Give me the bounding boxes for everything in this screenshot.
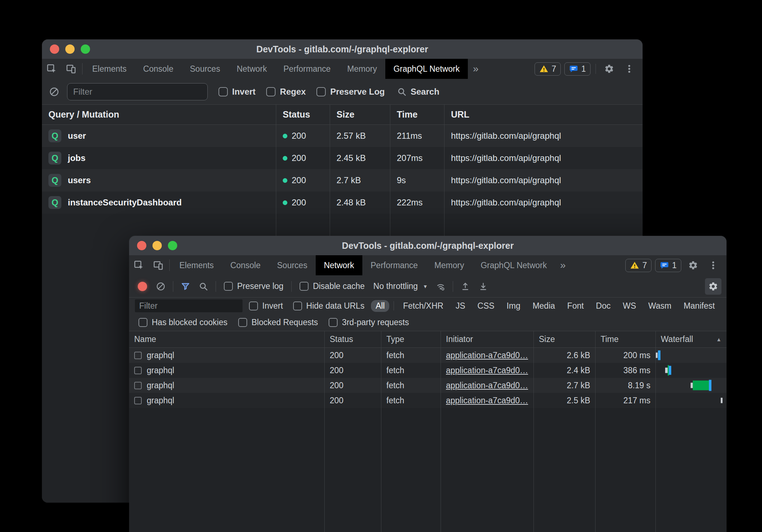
checkbox-box[interactable] — [266, 87, 276, 96]
column-header-time[interactable]: Time — [390, 105, 444, 124]
chip-fetch-xhr[interactable]: Fetch/XHR — [398, 300, 448, 312]
export-har-icon[interactable] — [475, 279, 491, 294]
row-checkbox[interactable] — [134, 352, 142, 359]
chip-other[interactable]: Other — [722, 300, 726, 312]
chip-font[interactable]: Font — [563, 300, 588, 312]
chip-ws[interactable]: WS — [618, 300, 641, 312]
column-header-status[interactable]: Status — [276, 105, 330, 124]
messages-badge[interactable]: 1 — [655, 259, 681, 272]
table-row[interactable]: Qusers 200 2.7 kB 9s https://gitlab.com/… — [42, 169, 643, 191]
disable-cache-checkbox[interactable]: Disable cache — [300, 281, 364, 291]
row-checkbox[interactable] — [134, 397, 142, 404]
tab-memory[interactable]: Memory — [339, 59, 385, 79]
more-tabs-chevron-icon[interactable]: » — [555, 255, 571, 275]
minimize-button[interactable] — [152, 241, 162, 250]
tab-performance[interactable]: Performance — [275, 59, 339, 79]
kebab-menu-icon[interactable] — [621, 61, 638, 77]
record-button[interactable] — [138, 282, 147, 291]
chip-manifest[interactable]: Manifest — [679, 300, 719, 312]
filter-funnel-icon[interactable] — [178, 279, 193, 294]
checkbox-box[interactable] — [293, 301, 302, 310]
initiator-link[interactable]: application-a7ca9d0… — [446, 396, 528, 405]
column-header-size[interactable]: Size — [533, 331, 595, 347]
initiator-link[interactable]: application-a7ca9d0… — [446, 351, 528, 360]
has-blocked-cookies-checkbox[interactable]: Has blocked cookies — [138, 318, 227, 327]
column-header-initiator[interactable]: Initiator — [441, 331, 533, 347]
panel-settings-gear-icon[interactable] — [705, 278, 721, 295]
clear-icon[interactable] — [153, 279, 169, 294]
device-toolbar-icon[interactable] — [61, 59, 81, 79]
tab-elements[interactable]: Elements — [84, 59, 135, 79]
checkbox-box[interactable] — [218, 87, 228, 96]
chip-doc[interactable]: Doc — [591, 300, 615, 312]
checkbox-box[interactable] — [224, 282, 233, 291]
tab-console[interactable]: Console — [222, 255, 269, 275]
table-row[interactable]: QinstanceSecurityDashboard 200 2.48 kB 2… — [42, 191, 643, 214]
checkbox-box[interactable] — [316, 87, 326, 96]
tab-elements[interactable]: Elements — [171, 255, 222, 275]
chip-img[interactable]: Img — [502, 300, 525, 312]
warnings-badge[interactable]: 7 — [535, 62, 561, 76]
tab-performance[interactable]: Performance — [362, 255, 426, 275]
search-button[interactable]: Search — [397, 87, 439, 97]
invert-checkbox[interactable]: Invert — [249, 301, 283, 311]
chip-all[interactable]: All — [371, 300, 390, 312]
clear-icon[interactable] — [47, 86, 61, 97]
preserve-log-checkbox[interactable]: Preserve Log — [316, 87, 385, 97]
checkbox-box[interactable] — [249, 301, 258, 310]
column-header-name[interactable]: Name — [129, 331, 324, 347]
inspect-element-icon[interactable] — [129, 255, 149, 275]
row-checkbox[interactable] — [134, 367, 142, 374]
chip-media[interactable]: Media — [528, 300, 560, 312]
titlebar[interactable]: DevTools - gitlab.com/-/graphql-explorer — [129, 236, 726, 255]
filter-input[interactable] — [67, 83, 208, 100]
device-toolbar-icon[interactable] — [149, 255, 168, 275]
messages-badge[interactable]: 1 — [564, 62, 591, 76]
settings-gear-icon[interactable] — [685, 257, 701, 274]
zoom-button[interactable] — [168, 241, 177, 250]
throttling-dropdown[interactable]: No throttling ▼ — [373, 281, 428, 291]
warnings-badge[interactable]: 7 — [625, 259, 652, 272]
network-conditions-icon[interactable] — [433, 279, 448, 294]
column-header-waterfall[interactable]: Waterfall ▲ — [655, 331, 726, 347]
table-row[interactable]: Quser 200 2.57 kB 211ms https://gitlab.c… — [42, 125, 643, 147]
row-checkbox[interactable] — [134, 382, 142, 389]
request-row[interactable]: graphql 200 fetch application-a7ca9d0… 2… — [129, 363, 726, 378]
tab-graphql-network[interactable]: GraphQL Network — [385, 59, 468, 79]
chip-css[interactable]: CSS — [473, 300, 499, 312]
column-header-query-mutation[interactable]: Query / Mutation — [42, 105, 276, 124]
minimize-button[interactable] — [65, 44, 75, 54]
checkbox-box[interactable] — [329, 318, 338, 327]
preserve-log-checkbox[interactable]: Preserve log — [224, 281, 283, 291]
hide-data-urls-checkbox[interactable]: Hide data URLs — [293, 301, 364, 311]
tab-graphql-network[interactable]: GraphQL Network — [472, 255, 555, 275]
column-header-size[interactable]: Size — [330, 105, 390, 124]
tab-network[interactable]: Network — [316, 255, 362, 275]
checkbox-box[interactable] — [138, 318, 147, 327]
tab-network[interactable]: Network — [229, 59, 275, 79]
more-tabs-chevron-icon[interactable]: » — [468, 59, 484, 79]
initiator-link[interactable]: application-a7ca9d0… — [446, 381, 528, 390]
tab-sources[interactable]: Sources — [269, 255, 315, 275]
chip-js[interactable]: JS — [451, 300, 470, 312]
zoom-button[interactable] — [81, 44, 90, 54]
request-row[interactable]: graphql 200 fetch application-a7ca9d0… 2… — [129, 378, 726, 393]
chip-wasm[interactable]: Wasm — [644, 300, 676, 312]
titlebar[interactable]: DevTools - gitlab.com/-/graphql-explorer — [42, 39, 643, 59]
column-header-status[interactable]: Status — [324, 331, 381, 347]
column-header-url[interactable]: URL — [444, 105, 643, 124]
column-header-time[interactable]: Time — [595, 331, 655, 347]
column-header-type[interactable]: Type — [381, 331, 441, 347]
checkbox-box[interactable] — [300, 282, 309, 291]
request-row[interactable]: graphql 200 fetch application-a7ca9d0… 2… — [129, 348, 726, 363]
request-row[interactable]: graphql 200 fetch application-a7ca9d0… 2… — [129, 393, 726, 408]
close-button[interactable] — [50, 44, 59, 54]
tab-sources[interactable]: Sources — [182, 59, 228, 79]
table-row[interactable]: Qjobs 200 2.45 kB 207ms https://gitlab.c… — [42, 147, 643, 169]
regex-checkbox[interactable]: Regex — [266, 87, 306, 97]
tab-console[interactable]: Console — [135, 59, 182, 79]
filter-input[interactable] — [135, 299, 243, 312]
blocked-requests-checkbox[interactable]: Blocked Requests — [238, 318, 318, 327]
settings-gear-icon[interactable] — [601, 61, 617, 77]
tab-memory[interactable]: Memory — [426, 255, 472, 275]
